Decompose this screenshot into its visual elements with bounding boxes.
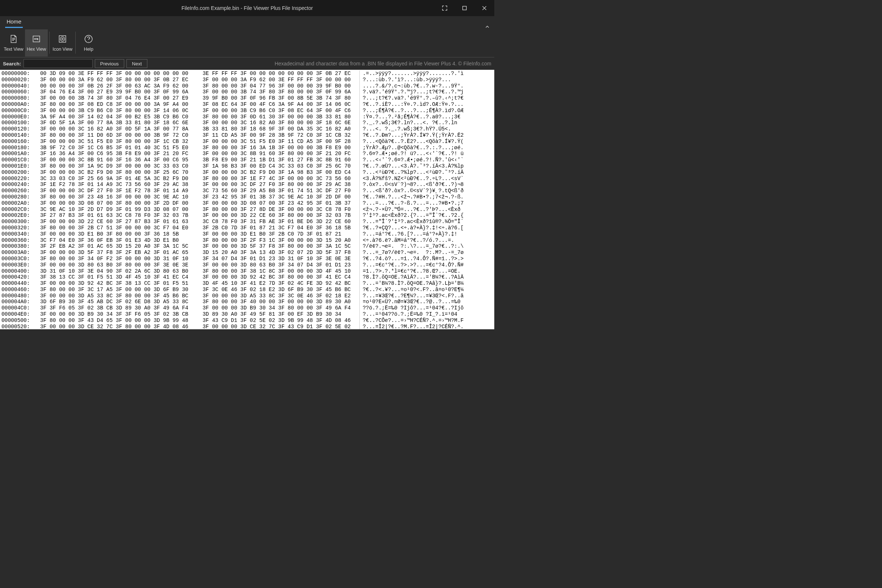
hex-bytes-right: 3B 33 81 80 3F 18 68 9F 3F 00 DA 35 3C 1…: [196, 126, 358, 132]
svg-rect-1: [33, 36, 40, 42]
hex-ascii: =1..?>.?.*l=€c°?€..?8.Œ?...=OE.: [359, 268, 460, 274]
ribbon-separator: [75, 32, 76, 54]
help-button[interactable]: Help: [77, 29, 100, 57]
hex-row: 00000400: 3D 31 0F 10 3F 3E 04 90 3F 02 …: [2, 268, 494, 274]
hex-bytes-left: 3F 00 00 00 3D A5 33 8C 3F 80 00 00 3F 4…: [34, 293, 196, 299]
hex-ascii: ?...="Î`?'‡³?.ac<Èxð?1û®?.¾Ö="Î`: [359, 219, 464, 225]
icon-view-button[interactable]: Icon View: [51, 29, 74, 57]
hex-bytes-left: 3F 27 87 B3 3F 01 61 63 3C C8 78 F0 3F 3…: [34, 212, 196, 219]
hex-row: 00000220: 3C 33 03 C0 3F 25 66 9A 3F 01 …: [2, 176, 494, 182]
hex-bytes-left: 3F 04 76 E4 3F 00 27 E9 39 9F B0 00 3F 0…: [34, 89, 196, 95]
maximize-button[interactable]: [454, 0, 474, 16]
hex-offset: 00000340:: [2, 231, 34, 237]
collapse-ribbon-button[interactable]: [485, 24, 492, 32]
hex-offset: 00000240:: [2, 182, 34, 188]
hex-bytes-right: 3F 00 00 00 3D 5F 37 F8 3F 80 00 00 3F 3…: [196, 243, 358, 249]
hex-bytes-left: 3B 9F 72 C0 3F 1C C6 B5 3F 01 01 40 3C 5…: [34, 145, 196, 151]
next-button[interactable]: Next: [126, 59, 147, 68]
window-controls: [435, 0, 494, 16]
hex-offset: 000004C0:: [2, 305, 34, 311]
hex-row: 00000340: 3F 00 00 00 3D E1 B0 3F 80 00 …: [2, 231, 494, 237]
hex-ascii: ?...;t?€?.vä?.'é9Ÿ°.?.–û?.‹^;t?€: [359, 95, 464, 101]
hex-ascii: ?€..?.Ðm?...;ŸrÀ?.Í¥?.Ÿ(;ŸrÀ?.Ë2: [359, 132, 464, 138]
searchbar: Search: Previous Next Hexadecimal and ch…: [0, 57, 494, 70]
hex-ascii: ?/ë¢?.¬e=. ?:.\?...=_7ø?€..?:.\: [359, 243, 464, 249]
hex-bytes-right: 3F 00 00 00 3C B2 F9 D0 3F 1A 98 B3 3F 0…: [196, 170, 358, 176]
hex-offset: 000001C0:: [2, 157, 34, 163]
hex-bytes-right: 3F 11 CD A5 3F 00 9F 28 3B 9F 72 C0 3F 1…: [196, 132, 358, 138]
hex-row: 00000420: 3F 38 13 CC 3F 01 F5 51 3D 4F …: [2, 274, 494, 280]
hex-bytes-right: 3F 80 00 00 3F 2F F3 1C 3F 00 00 00 3D 1…: [196, 237, 358, 244]
hex-bytes-left: 3F 0D 5F 1A 3F 00 77 8A 3B 33 81 80 3F 1…: [34, 120, 196, 126]
hex-row: 000003A0: 3F 00 00 00 3D 5F 37 F8 3F 2F …: [2, 249, 494, 256]
hex-row: 000000A0: 3F 80 00 00 3F 08 ED C8 3F 00 …: [2, 101, 494, 108]
hex-row: 000000E0: 3A 9F A4 00 3F 14 02 04 3F 00 …: [2, 114, 494, 120]
close-button[interactable]: [474, 0, 494, 16]
hex-bytes-left: 3F 00 00 00 3C 8B 91 60 3F 16 36 A4 3F 0…: [34, 157, 196, 163]
info-text: Hexadecimal and character data from a .B…: [274, 61, 491, 66]
hex-bytes-left: 3F 16 36 A4 3F 00 C6 95 3B F8 E9 00 3F 2…: [34, 151, 196, 157]
help-icon: [84, 34, 93, 45]
hex-bytes-left: 3F 80 00 00 3F 3C 17 A5 3F 00 00 00 3D 6…: [34, 286, 196, 293]
hex-row: 000002E0: 3F 27 87 B3 3F 01 61 63 3C C8 …: [2, 212, 494, 219]
hex-bytes-right: 3F 43 C9 D1 3F 02 5E 02 3D 9B 99 48 3F 4…: [196, 318, 358, 324]
hex-bytes-right: 3F 80 00 00 3F 04 77 96 3F 00 00 00 39 9…: [196, 83, 358, 89]
hex-view-button[interactable]: Hex View: [25, 29, 48, 57]
hex-row: 00000460: 3F 80 00 00 3F 3C 17 A5 3F 00 …: [2, 286, 494, 293]
hex-ascii: ?€..?CÔe?...=›™H?CÉÑ?.^.=›™H?M.F: [359, 318, 464, 324]
hex-bytes-left: 3D 6F B9 30 3F 45 AB DC 3F 02 6E D8 3D A…: [34, 299, 196, 305]
hex-offset: 00000300:: [2, 219, 34, 225]
hex-offset: 00000360:: [2, 237, 34, 244]
fullscreen-button[interactable]: [435, 0, 454, 16]
previous-button[interactable]: Previous: [95, 59, 124, 68]
hex-row: 000004A0: 3D 6F B9 30 3F 45 AB DC 3F 02 …: [2, 299, 494, 305]
hex-viewer[interactable]: 00000000: 00 3D 09 00 3E FF FF FF 3F 00 …: [0, 70, 494, 329]
hex-ascii: ??ö.?.;Ë=‰0 ?Ijô?...=¹04?€..?Ijô: [359, 305, 464, 311]
hex-offset: 000000E0:: [2, 114, 34, 120]
hex-bytes-left: 3F 00 00 00 3B C9 B6 C0 3F 80 00 00 3F 1…: [34, 108, 196, 114]
search-label: Search:: [3, 61, 21, 66]
hex-row: 00000160: 3F 00 00 00 3C 51 F5 E0 3F 80 …: [2, 138, 494, 145]
hex-bytes-right: 3F 80 00 00 3F 27 8D DE 3F 00 00 00 3C C…: [196, 207, 358, 213]
search-input[interactable]: [24, 59, 93, 68]
hex-bytes-left: 3F 80 00 00 3F 11 D0 6D 3F 00 00 00 3B 9…: [34, 132, 196, 138]
icon-view-label: Icon View: [52, 46, 72, 52]
hex-bytes-left: 3C 9E AC 10 3F 2D D7 D9 3F 01 99 D3 3D 0…: [34, 207, 196, 213]
hex-row: 00000440: 3F 00 00 00 3D 92 42 BC 3F 38 …: [2, 280, 494, 286]
hex-bytes-right: 3F 00 00 00 3C 51 F5 E0 3F 11 CD A5 3F 0…: [196, 138, 358, 145]
hex-offset: 00000520:: [2, 324, 34, 329]
hex-offset: 00000460:: [2, 286, 34, 293]
ribbon-separator: [49, 32, 50, 54]
hex-offset: 00000400:: [2, 268, 34, 274]
hex-bytes-right: 3D 15 20 A0 3F 3A 13 4D 3F 02 07 2D 3D 5…: [196, 249, 358, 256]
hex-offset: 000002A0:: [2, 200, 34, 207]
hex-offset: 00000480:: [2, 293, 34, 299]
hex-ascii: ?...=Î2|?€..?M.F?...=Î2|?CÉÑ?.^.: [359, 324, 464, 329]
hex-bytes-left: 3F 38 13 CC 3F 01 F5 51 3D 4F 45 10 3F 4…: [34, 274, 196, 280]
hex-ascii: ?...='B¼?8.Ì?.õQ=OE.?Aâ}?.Lþ='B¼: [359, 280, 464, 286]
hex-bytes-left: 3F 00 00 00 3A F9 62 00 3F 80 00 00 3F 0…: [34, 77, 196, 83]
hex-ascii: ?...=á°?€..?6.[?...=á°?+À}?.‡!: [359, 231, 457, 237]
hex-offset: 000003C0:: [2, 256, 34, 262]
tab-home[interactable]: Home: [5, 16, 23, 28]
hex-offset: 000002C0:: [2, 207, 34, 213]
hex-bytes-right: 3E FF FF FF 3F 00 00 00 00 00 00 00 3F 0…: [196, 70, 358, 77]
hex-offset: 000000C0:: [2, 108, 34, 114]
hex-ascii: ?...<ß'ð?.òx?..©<sV`?)¥¸?.tQ<ß'ð: [359, 188, 464, 194]
hex-ascii: ?.òx?..©<sV`?)¬8?...<ß'ð?€..?)¬8: [359, 182, 464, 188]
hex-offset: 00000140:: [2, 132, 34, 138]
hex-row: 000001E0: 3F 80 00 00 3F 1A 9C D9 3F 00 …: [2, 163, 494, 170]
hex-bytes-left: 3F 00 00 00 3C B2 F9 D0 3F 80 00 00 3F 2…: [34, 170, 196, 176]
hex-bytes-left: 3F 00 00 00 3D E1 B0 3F 80 00 00 3F 36 1…: [34, 231, 196, 237]
hex-ascii: ?€..?.œÙ?...<3.À?.˜³?.íÄ<3.À?%lp: [359, 163, 464, 170]
hex-row: 00000180: 3B 9F 72 C0 3F 1C C6 B5 3F 01 …: [2, 145, 494, 151]
hex-row: 00000120: 3F 00 00 00 3C 16 82 A0 3F 0D …: [2, 126, 494, 132]
hex-bytes-left: 3F 00 00 00 3D 5F 37 F8 3F 2F EB A2 3F 0…: [34, 249, 196, 256]
text-view-button[interactable]: Text View: [2, 29, 25, 57]
hex-bytes-right: 39 9F B0 00 3F 0F 96 FB 3F 00 8B 5E 3B 7…: [196, 95, 358, 101]
hex-offset: 00000180:: [2, 145, 34, 151]
hex-ascii: ?...<. ?._.?.wŠ;3€?.hŸ?.Ú5<.: [359, 126, 454, 132]
hex-bytes-right: 3F 00 00 00 3D E1 B0 3F 2B C0 7D 3F 01 8…: [196, 231, 358, 237]
hex-bytes-left: 3F 00 00 00 3D 08 07 00 3F 80 00 00 3F 2…: [34, 200, 196, 207]
hex-ascii: ?...=¹04??ö.?.;Ë=‰0 ?I_?.ï=¹04: [359, 311, 457, 318]
